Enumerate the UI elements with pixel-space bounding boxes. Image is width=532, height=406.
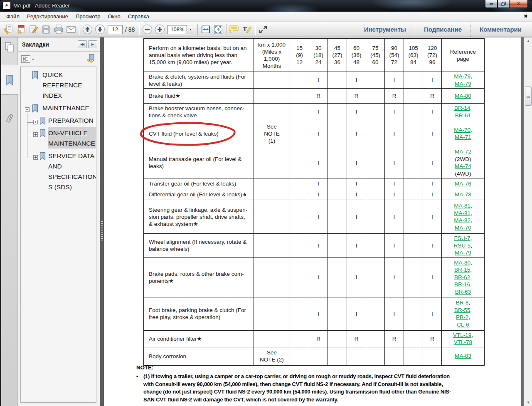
bookmark-label[interactable]: PREPARATION — [48, 114, 96, 126]
expander-minus-icon[interactable]: − — [25, 107, 30, 112]
expander-plus-icon[interactable]: + — [33, 120, 38, 124]
attachments-panel-button[interactable] — [1, 109, 18, 129]
scroll-up-icon[interactable]: ▲ — [524, 37, 532, 45]
fullscreen-button[interactable] — [257, 23, 269, 36]
bookmark-item[interactable]: +ON-VEHICLE MAINTENANCE — [21, 127, 96, 149]
bookmark-label[interactable]: MAINTENANCE — [42, 102, 96, 113]
fit-page-button[interactable] — [212, 23, 224, 36]
bookmark-label[interactable]: SERVICE DATA AND SPECIFICATION S (SDS) — [48, 150, 96, 192]
reference-link[interactable]: MA-81 — [454, 203, 470, 209]
reference-link[interactable]: MA-76 — [455, 181, 471, 187]
menu-5[interactable]: Справка — [124, 12, 153, 21]
scroll-down-icon[interactable]: ▼ — [524, 399, 532, 406]
bookmark-label[interactable]: ON-VEHICLE MAINTENANCE — [48, 127, 96, 149]
menu-3[interactable]: Просмотр — [72, 12, 104, 21]
zoom-dropdown-button[interactable]: ▼ — [187, 25, 194, 34]
table-row: Brake pads, rotors & other brake com- po… — [144, 257, 485, 297]
item-cell: Brake & clutch, systems and fluids (For … — [144, 72, 254, 89]
bookmark-item[interactable]: +PREPARATION — [21, 114, 96, 126]
reference-link[interactable]: MA-80 — [455, 93, 471, 99]
reference-link[interactable]: BR-8 — [456, 300, 469, 306]
reference-link[interactable]: VTL-78 — [454, 339, 472, 345]
reference-link[interactable]: MA-72 — [455, 149, 471, 155]
expander-plus-icon[interactable]: + — [33, 155, 38, 160]
note-text: (1) If towing a trailer, using a camper … — [143, 373, 451, 403]
create-pdf-button[interactable] — [15, 23, 27, 36]
page-number-input[interactable]: 12 — [108, 25, 123, 34]
mark-cell: R — [347, 89, 366, 104]
fullscreen-icon — [258, 25, 268, 35]
reference-separator: , — [470, 307, 472, 313]
bookmark-item[interactable]: −MAINTENANCE — [21, 102, 96, 113]
reference-link[interactable]: BR-61 — [455, 112, 471, 119]
reference-link[interactable]: BR-14 — [454, 105, 470, 111]
reference-link[interactable]: CL-6 — [457, 322, 469, 328]
restore-icon — [501, 2, 506, 6]
menu-2[interactable]: Редактирование — [23, 12, 72, 21]
bookmark-item[interactable]: QUICK REFERENCE INDEX — [21, 69, 96, 101]
reference-link[interactable]: PB-2 — [456, 314, 468, 320]
reference-link[interactable]: BR-63 — [455, 289, 471, 295]
reference-link[interactable]: VTL-19 — [453, 332, 471, 338]
toolbar-tab-3[interactable]: Комментарии — [470, 22, 530, 37]
reference-link[interactable]: RSU-5 — [454, 243, 471, 249]
reference-link[interactable]: MA-71 — [455, 134, 471, 140]
reference-link[interactable]: MA-70 — [455, 225, 471, 231]
reference-link[interactable]: BR-15 — [454, 267, 470, 273]
zoom-out-button[interactable] — [141, 23, 153, 36]
menu-4[interactable]: Окно — [104, 12, 124, 21]
fit-width-button[interactable] — [200, 23, 212, 36]
reference-link[interactable]: MA-79 — [455, 250, 471, 256]
reference-link[interactable]: MA-79 — [454, 73, 470, 79]
page-thumbnails-button[interactable] — [1, 37, 18, 56]
save-button[interactable] — [40, 23, 52, 36]
expander-plus-icon[interactable]: + — [33, 132, 38, 137]
menu-1[interactable]: Файл — [2, 12, 23, 21]
toolbar-tab-1[interactable]: Инструменты — [355, 22, 415, 37]
reference-link[interactable]: MA-81 — [454, 210, 470, 216]
reference-link[interactable]: MA-80 — [454, 260, 470, 266]
zoom-in-button[interactable] — [153, 23, 166, 36]
reference-link[interactable]: MA-78 — [455, 191, 471, 198]
expand-panel-button[interactable]: ▶ — [88, 40, 97, 48]
minimize-button[interactable] — [485, 0, 498, 8]
reference-link[interactable]: BR-16 — [454, 281, 470, 287]
toolbar-tab-2[interactable]: Подписание — [415, 22, 470, 37]
reference-line: FSU-7, — [443, 235, 483, 242]
reference-link[interactable]: MA-82 — [454, 217, 470, 223]
note-label: NOTE: — [136, 364, 482, 371]
panel-splitter[interactable] — [100, 37, 104, 406]
next-page-button[interactable] — [94, 23, 106, 36]
highlight-text-button[interactable]: T — [241, 23, 253, 36]
reference-link[interactable]: MA-79 — [455, 81, 471, 87]
collapse-panel-button[interactable]: ◀◀ — [78, 40, 87, 48]
header-interval-column: 60 (36) 48 — [347, 39, 366, 72]
reference-link[interactable]: BR-55 — [454, 307, 470, 313]
previous-page-button[interactable] — [81, 23, 94, 36]
vertical-scrollbar[interactable]: ▲ ▼ — [524, 37, 532, 406]
print-button[interactable] — [52, 23, 65, 36]
bookmark-options-button[interactable]: ▼ — [21, 55, 34, 63]
open-file-button[interactable] — [2, 23, 15, 36]
email-button[interactable] — [65, 23, 77, 36]
reference-link[interactable]: MA-83 — [455, 353, 471, 359]
zoom-level-input[interactable]: 108% — [167, 25, 187, 34]
bookmark-item[interactable]: +SERVICE DATA AND SPECIFICATION S (SDS) — [21, 150, 96, 192]
restore-button[interactable] — [498, 0, 509, 8]
reference-link[interactable]: MA-74 — [455, 163, 471, 169]
interval-note-cell: See NOTE (2) — [254, 347, 290, 365]
add-comment-button[interactable] — [228, 23, 241, 36]
reference-link[interactable]: FSU-7 — [454, 235, 470, 241]
bookmark-label[interactable]: QUICK REFERENCE INDEX — [42, 69, 96, 101]
reference-line: MA-79, — [443, 73, 483, 80]
menubar-close-icon[interactable]: ✖ — [524, 13, 528, 19]
note-bullet-icon: • — [136, 373, 138, 381]
reference-link[interactable]: MA-70 — [454, 127, 470, 133]
sign-button[interactable] — [27, 23, 40, 36]
close-button[interactable]: ✕ — [509, 0, 528, 8]
new-bookmark-button[interactable] — [86, 54, 96, 64]
bookmarks-panel-button[interactable] — [1, 65, 18, 95]
mark-cell — [290, 104, 309, 120]
reference-link[interactable]: BR-62 — [454, 274, 470, 280]
scrollbar-thumb[interactable] — [525, 87, 532, 106]
